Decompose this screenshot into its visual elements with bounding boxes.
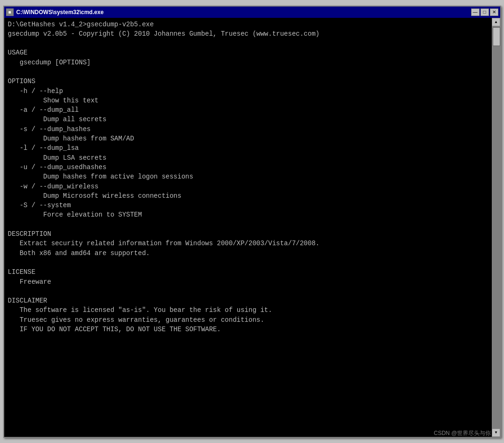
console-area: D:\GetHashes v1.4_2>gsecdump-v2b5.exe gs… <box>4 18 500 437</box>
cmd-icon: ■ <box>6 8 14 16</box>
scroll-thumb[interactable] <box>493 27 500 46</box>
scroll-down-button[interactable]: ▼ <box>492 428 500 437</box>
title-bar-buttons: — □ ✕ <box>471 8 498 16</box>
scrollbar: ▲ ▼ <box>492 18 500 437</box>
console-wrapper: D:\GetHashes v1.4_2>gsecdump-v2b5.exe gs… <box>4 18 492 437</box>
title-bar: ■ C:\WINDOWS\system32\cmd.exe — □ ✕ <box>4 7 500 18</box>
title-bar-left: ■ C:\WINDOWS\system32\cmd.exe <box>6 8 104 16</box>
scroll-up-button[interactable]: ▲ <box>492 18 500 26</box>
restore-button[interactable]: □ <box>481 8 489 16</box>
scroll-track[interactable] <box>492 26 500 428</box>
console-output[interactable]: D:\GetHashes v1.4_2>gsecdump-v2b5.exe gs… <box>4 18 492 437</box>
minimize-button[interactable]: — <box>471 8 480 16</box>
window-title: C:\WINDOWS\system32\cmd.exe <box>16 9 104 16</box>
cmd-window: ■ C:\WINDOWS\system32\cmd.exe — □ ✕ D:\G… <box>3 6 501 438</box>
watermark: CSDN @世界尽头与你 <box>434 429 491 437</box>
close-button[interactable]: ✕ <box>490 8 498 16</box>
